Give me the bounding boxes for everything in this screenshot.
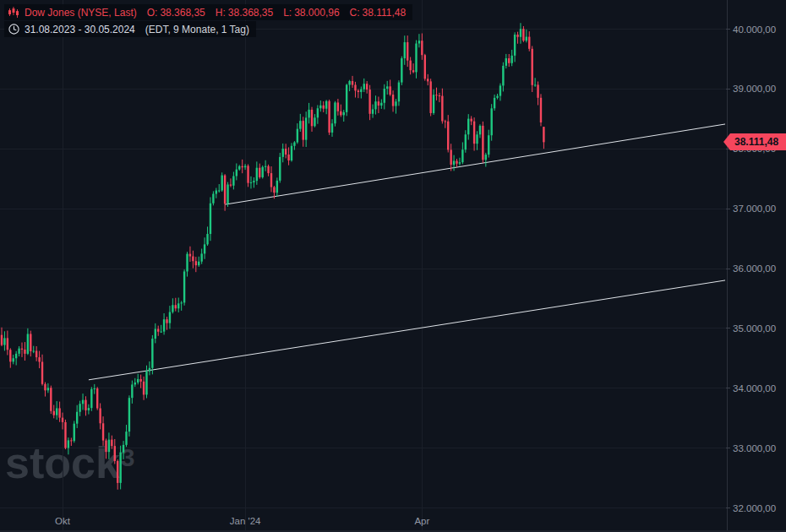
candles xyxy=(1,23,545,490)
price-axis-label: 33.000,00 xyxy=(733,442,776,454)
price-axis-label: 39.000,00 xyxy=(733,83,776,95)
clock-icon xyxy=(8,24,19,35)
last-price-tag: 38.111,48 xyxy=(730,133,786,150)
price-axis-tick xyxy=(726,328,730,328)
date-range: 31.08.2023 - 30.05.2024 xyxy=(25,24,135,35)
legend-range-row: 31.08.2023 - 30.05.2024 (EDT, 9 Monate, … xyxy=(4,21,256,37)
price-axis-label: 34.000,00 xyxy=(733,383,776,394)
ohlc-low: L:38.000,96 xyxy=(283,7,339,19)
ohlc-close: C:38.111,48 xyxy=(350,7,407,19)
time-axis-label: Apr xyxy=(414,516,429,526)
legend-symbol-row: Dow Jones (NYSE, Last) O:38.368,35 H:38.… xyxy=(4,4,412,20)
price-axis-label: 36.000,00 xyxy=(733,263,776,274)
symbol-name: Dow Jones (NYSE, Last) xyxy=(25,7,137,19)
price-axis-label: 37.000,00 xyxy=(733,203,776,214)
price-axis-label: 35.000,00 xyxy=(733,323,776,334)
last-price-value: 38.111,48 xyxy=(734,136,778,148)
price-axis-tick xyxy=(726,209,730,209)
candlestick-chart[interactable] xyxy=(0,0,786,532)
time-axis-label: Jan '24 xyxy=(230,516,261,526)
price-axis-tick xyxy=(726,89,730,90)
timeframe: (EDT, 9 Monate, 1 Tag) xyxy=(145,24,249,35)
time-axis-label: Okt xyxy=(55,516,70,526)
candlestick-icon xyxy=(8,7,19,19)
price-axis-label: 32.000,00 xyxy=(733,502,776,514)
chart-legend: Dow Jones (NYSE, Last) O:38.368,35 H:38.… xyxy=(4,4,412,38)
price-axis-tick xyxy=(726,29,730,30)
ohlc-high: H:38.368,35 xyxy=(216,7,273,19)
ohlc-open: O:38.368,35 xyxy=(147,7,205,19)
price-axis-tick xyxy=(726,388,730,388)
price-axis-label: 40.000,00 xyxy=(733,24,776,35)
price-axis-tick xyxy=(726,448,730,448)
chart-window: stock3 Dow Jones (NYSE, Last) O:38.368,3… xyxy=(0,0,786,532)
price-axis-tick xyxy=(726,269,730,269)
price-axis-tick xyxy=(726,508,730,508)
